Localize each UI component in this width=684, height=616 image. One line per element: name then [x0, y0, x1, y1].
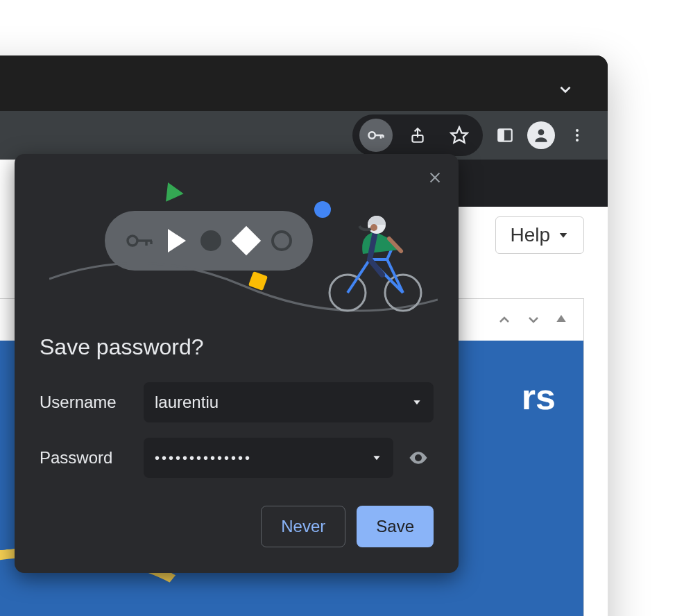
- side-panel-icon[interactable]: [488, 119, 522, 152]
- browser-toolbar: [0, 111, 608, 160]
- username-row: Username laurentiu: [40, 382, 434, 422]
- svg-point-25: [370, 224, 377, 231]
- svg-point-10: [576, 134, 579, 137]
- never-button[interactable]: Never: [261, 506, 345, 547]
- address-bar-actions: [352, 114, 483, 156]
- password-field[interactable]: ••••••••••••••: [144, 438, 393, 478]
- password-value: ••••••••••••••: [155, 450, 252, 466]
- svg-marker-5: [451, 127, 467, 142]
- svg-point-0: [369, 132, 375, 138]
- svg-marker-14: [556, 315, 565, 322]
- password-row: Password ••••••••••••••: [40, 438, 434, 478]
- svg-point-9: [576, 129, 579, 132]
- collapse-tabs-button[interactable]: [556, 80, 574, 101]
- chevron-down-icon[interactable]: [525, 311, 542, 328]
- key-glyph-icon: [126, 231, 153, 250]
- caret-down-icon: [557, 229, 570, 241]
- svg-marker-13: [560, 233, 567, 238]
- username-value: laurentiu: [155, 393, 219, 412]
- star-icon[interactable]: [443, 119, 476, 152]
- cyclist-illustration: [321, 211, 425, 315]
- chevron-up-icon[interactable]: [496, 311, 513, 328]
- svg-point-11: [576, 139, 579, 142]
- menu-icon[interactable]: [561, 119, 594, 152]
- caret-down-icon: [371, 452, 382, 463]
- ring-glyph-icon: [271, 230, 292, 251]
- help-label: Help: [510, 224, 550, 246]
- triangle-up-icon[interactable]: [554, 311, 568, 325]
- popup-illustration: [15, 154, 459, 314]
- popup-actions: Never Save: [15, 493, 459, 547]
- svg-marker-27: [373, 456, 379, 460]
- key-icon[interactable]: [359, 119, 393, 152]
- svg-rect-7: [498, 129, 504, 141]
- save-button[interactable]: Save: [357, 506, 434, 547]
- reveal-password-button[interactable]: [403, 443, 434, 473]
- circle-glyph-icon: [200, 230, 221, 251]
- svg-point-8: [538, 129, 545, 135]
- save-password-popup: Save password? Username laurentiu Passwo…: [15, 154, 459, 573]
- help-dropdown[interactable]: Help: [495, 216, 584, 254]
- username-field[interactable]: laurentiu: [144, 382, 434, 422]
- eye-icon: [408, 447, 429, 468]
- deco-triangle: [159, 178, 183, 201]
- tab-strip: [0, 55, 608, 111]
- svg-point-28: [417, 456, 420, 460]
- play-glyph-icon: [168, 229, 186, 253]
- popup-title: Save password?: [40, 334, 434, 360]
- profile-icon[interactable]: [527, 121, 555, 149]
- caret-down-icon: [411, 397, 422, 408]
- svg-marker-26: [413, 400, 420, 404]
- panel-nav-arrows: [496, 311, 568, 328]
- share-icon[interactable]: [401, 119, 434, 152]
- username-label: Username: [40, 393, 131, 412]
- password-label: Password: [40, 448, 131, 468]
- svg-point-17: [128, 236, 137, 246]
